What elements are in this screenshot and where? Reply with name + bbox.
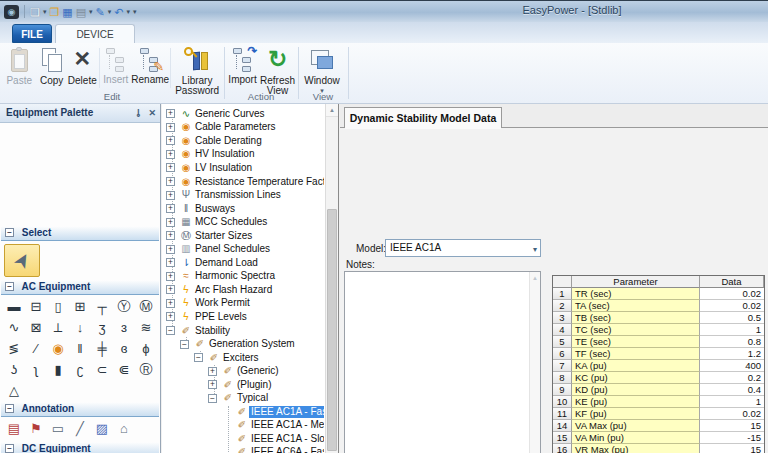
expand-icon[interactable]: + [166,285,175,294]
print-dropdown-icon[interactable]: ▾ [89,5,93,19]
parameter-cell[interactable]: KE (pu) [572,396,700,408]
panel-icon[interactable]: ▯ [47,297,69,318]
collapse-icon[interactable]: − [180,340,189,349]
data-cell[interactable]: 1 [700,324,764,336]
row-number-cell[interactable]: 6 [553,348,572,360]
collapse-icon[interactable]: − [5,282,14,291]
row-number-cell[interactable]: 8 [553,372,572,384]
resistor-icon[interactable]: ≋ [135,318,157,339]
tree-item-generation-system[interactable]: −✐Generation System [162,337,324,351]
window-button[interactable]: Window ▾ [300,46,344,95]
tree-item-cable-derating[interactable]: +◉Cable Derating [162,134,324,148]
relay-icon[interactable]: Ⓡ [135,360,157,381]
tree-item-mcc-schedules[interactable]: +▦MCC Schedules [162,215,324,229]
collapse-icon[interactable]: − [194,353,203,362]
section-header-select[interactable]: − Select [1,226,159,241]
new-document-icon[interactable]: ❏ [30,5,40,19]
expand-icon[interactable]: + [166,272,175,281]
inductor-icon[interactable]: ʒ [91,318,113,339]
line-icon[interactable]: ╱ [69,419,91,440]
row-number-cell[interactable]: 4 [553,324,572,336]
library-password-button[interactable]: Library Password [172,46,222,96]
data-cell[interactable]: 0.02 [700,300,764,312]
harmonic-filter-icon[interactable]: ≶ [3,339,25,360]
parameter-cell[interactable]: KD (pu) [572,384,700,396]
generator-wye-icon[interactable]: Ⓨ [113,297,135,318]
model-dropdown[interactable]: IEEE AC1A ▾ [385,239,541,257]
open-file-icon[interactable]: ❐ [49,5,59,19]
row-number-cell[interactable]: 5 [553,336,572,348]
row-number-cell[interactable]: 2 [553,300,572,312]
expand-icon[interactable]: + [166,109,175,118]
utility-source-icon[interactable]: ∿ [3,318,25,339]
tree-item--generic-[interactable]: +✐(Generic) [162,364,324,378]
tree-item-typical[interactable]: −✐Typical [162,391,324,405]
tree-item-work-permit[interactable]: +ϟWork Permit [162,297,324,311]
parameter-cell[interactable]: KC (pu) [572,372,700,384]
potential-transformer-icon[interactable]: ⋐ [113,360,135,381]
motor-icon[interactable]: Ⓜ [135,297,157,318]
section-header-annotation[interactable]: − Annotation [1,402,159,417]
rectangle-icon[interactable]: ▭ [47,419,69,440]
expand-icon[interactable]: + [166,312,175,321]
tree-item-lv-insulation[interactable]: +◉LV Insulation [162,161,324,175]
combo-chevron-icon[interactable]: ▾ [533,242,537,258]
row-number-cell[interactable]: 16 [553,444,572,453]
expand-icon[interactable]: + [208,380,217,389]
parameter-cell[interactable]: VR Max (pu) [572,444,700,453]
parameter-cell[interactable]: TC (sec) [572,324,700,336]
parameter-cell[interactable]: TF (sec) [572,348,700,360]
undo-dropdown-icon[interactable]: ▾ [127,5,131,19]
tab-file[interactable]: FILE [12,24,52,43]
collapse-icon[interactable]: − [166,326,175,335]
tree-item-ieee-ac1a-fast[interactable]: ✐IEEE AC1A - Fast [162,405,324,419]
tree-item-busways[interactable]: +‖Busways [162,202,324,216]
tree-item-ieee-ac1a-slow[interactable]: ✐IEEE AC1A - Slow [162,432,324,446]
expand-icon[interactable]: + [208,367,217,376]
import-button[interactable]: ↷ Import [226,46,259,85]
tree-item-exciters[interactable]: −✐Exciters [162,351,324,365]
scrollbar-thumb[interactable] [327,209,337,451]
notes-scrollbar[interactable]: ▲ [529,272,540,453]
undo-icon[interactable]: ↶ [114,5,123,19]
print-icon[interactable]: ▤ [76,5,86,19]
expand-icon[interactable]: + [166,231,175,240]
text-note-icon[interactable]: ▤ [3,419,25,440]
copy-button[interactable]: Copy [36,46,67,86]
rename-button[interactable]: ✎ Rename [131,46,169,85]
load-arrow-icon[interactable]: ↓ [69,318,91,339]
expand-icon[interactable]: + [166,299,175,308]
tab-dynamic-stability-model-data[interactable]: Dynamic Stability Model Data [344,107,502,128]
collapse-icon[interactable]: − [5,228,14,237]
tree-item-cable-parameters[interactable]: +◉Cable Parameters [162,121,324,135]
parameter-cell[interactable]: TR (sec) [572,288,700,300]
collapse-icon[interactable]: − [5,444,14,453]
parameter-cell[interactable]: VA Max (pu) [572,420,700,432]
fuse-icon[interactable]: ϕ [135,339,157,360]
reactor-icon[interactable]: ɜ [113,318,135,339]
data-cell[interactable]: 0.02 [700,288,764,300]
bus-icon[interactable]: ▬ [3,297,25,318]
tree-item-ppe-levels[interactable]: +ϟPPE Levels [162,310,324,324]
data-cell[interactable]: 15 [700,420,764,432]
parameter-cell[interactable]: KF (pu) [572,408,700,420]
tree-item-hv-insulation[interactable]: +◉HV Insulation [162,148,324,162]
equipment-label-icon[interactable]: ⌂ [113,419,135,440]
row-number-cell[interactable]: 3 [553,312,572,324]
collapse-icon[interactable]: − [208,394,217,403]
paste-button[interactable]: Paste [2,46,36,86]
data-cell[interactable]: -15 [700,432,764,444]
switch-icon[interactable]: ∕ [25,339,47,360]
ground-icon[interactable]: ⟂ [47,318,69,339]
battery-device-icon[interactable]: ▮ [47,360,69,381]
coil-icon[interactable]: ɞ [113,339,135,360]
data-cell[interactable]: 0.5 [700,312,764,324]
section-header-dc-equipment[interactable]: − DC Equipment [1,442,159,453]
tree-scrollbar[interactable]: ▲ [325,104,338,453]
callout-flag-icon[interactable]: ⚑ [25,419,47,440]
row-number-cell[interactable]: 15 [553,432,572,444]
select-tool-button[interactable]: ➤ [4,244,40,277]
tree-item-stability[interactable]: −✐Stability [162,324,324,338]
expand-icon[interactable]: + [166,177,175,186]
row-number-cell[interactable]: 10 [553,396,572,408]
